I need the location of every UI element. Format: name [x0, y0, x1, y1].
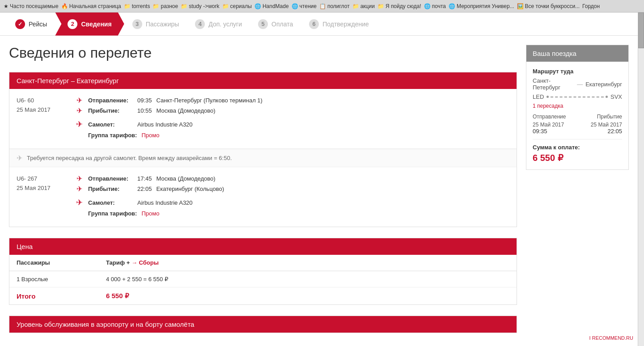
folder-icon-5: 📁	[352, 3, 359, 9]
folder-icon-4: 📁	[222, 3, 229, 9]
route-line	[547, 96, 608, 98]
scrollbar-thumb[interactable]	[638, 13, 644, 48]
step5-label: Оплата	[271, 21, 293, 28]
route-header: Санкт-Петербург – Екатеринбург	[9, 72, 517, 89]
arrow-icon: →	[131, 259, 139, 266]
folder-icon-6: 📁	[377, 3, 384, 9]
arrival-row-1: ✈ Прибытие: 10:55 Москва (Домодедово)	[75, 106, 509, 115]
step-passengers[interactable]: 3 Пассажиры	[124, 13, 187, 36]
fire-icon: 🔥	[61, 3, 68, 9]
tariff-row-1: ✈ Группа тарифов: Промо	[75, 131, 509, 139]
sidebar-from-city: Санкт-Петербург	[533, 77, 574, 91]
watermark: I RECOMMEND.RU	[588, 334, 635, 342]
step-payment[interactable]: 5 Оплата	[250, 13, 301, 36]
bookmark-meropriyatiya[interactable]: 🌐 Мероприятия Универ...	[449, 3, 514, 9]
step1-num: ✓	[15, 19, 25, 29]
sidebar-departure-block: 25 Май 2017 09:35	[533, 122, 564, 135]
step4-num: 4	[195, 19, 205, 29]
arrival-time-2: 22:05	[137, 186, 152, 192]
route-dashes	[551, 97, 604, 97]
price-row-adult: 1 Взрослые 4 000 + 2 550 = 6 550 ₽	[9, 271, 517, 287]
col-passenger-header: Пассажиры	[9, 255, 99, 271]
page-wrapper: ✓ Рейсы 2 Сведения 3 Пассажиры 4 Доп. ус…	[0, 13, 638, 346]
sidebar-route-cities: Санкт-Петербург — Екатеринбург	[533, 77, 622, 91]
bookmark-serials[interactable]: 📁 сериалы	[222, 3, 252, 9]
bookmark-gordon[interactable]: Гордон	[582, 3, 600, 9]
bookmark-goydu[interactable]: 📁 Я пойду сюда!	[377, 3, 421, 9]
sidebar-transfer-link[interactable]: 1 пересадка	[533, 103, 622, 109]
plane-icon-2: ✈	[75, 198, 84, 207]
arrival-place-1: Москва (Домодедово)	[157, 107, 216, 114]
sidebar-departure-time: 09:35	[533, 128, 564, 135]
tariff-link-1[interactable]: Промо	[141, 132, 159, 139]
arrival-place-2: Екатеринбург (Кольцово)	[157, 186, 224, 192]
step2-num: 2	[68, 19, 77, 29]
page-title: Сведения о перелете	[9, 45, 517, 61]
price-row-total: Итого 6 550 ₽	[9, 287, 517, 305]
sidebar-to-city: Екатеринбург	[585, 81, 622, 88]
step-confirm[interactable]: 6 Подтверждение	[301, 13, 377, 36]
bookmark-reading[interactable]: 🌐 чтение	[292, 3, 317, 9]
scrollbar[interactable]	[638, 13, 644, 346]
route-dot-end	[606, 96, 608, 98]
globe-icon-2: 🌐	[292, 3, 298, 9]
plane-label-2: Самолет:	[88, 199, 133, 206]
main-content: Сведения о перелете Санкт-Петербург – Ек…	[9, 45, 517, 344]
tariff-label-2: Группа тарифов:	[88, 210, 137, 217]
bookmark-torrents[interactable]: 📁 torrents	[124, 3, 150, 9]
arrival-time-1: 10:55	[137, 107, 152, 114]
plane-value-2: Airbus Industrie A320	[137, 199, 193, 206]
departure-row-1: ✈ Отправление: 09:35 Санкт-Петербург (Пу…	[75, 96, 509, 105]
step3-label: Пассажиры	[146, 21, 179, 28]
bookmark-study[interactable]: 📁 study ->work	[181, 3, 219, 9]
sidebar-total-label: Сумма к оплате:	[533, 144, 622, 151]
departure-icon-1: ✈	[75, 96, 84, 105]
flight-segment-1: U6- 60 25 Мая 2017 ✈ Отправление: 09:35 …	[9, 89, 517, 149]
step-flights[interactable]: ✓ Рейсы	[9, 13, 55, 36]
globe-icon-3: 🌐	[424, 3, 431, 9]
bookmark-polyglot[interactable]: 📋 полиглот	[319, 3, 350, 9]
flight-details-2: ✈ Отправление: 17:45 Москва (Домодедово)…	[75, 174, 509, 219]
sidebar-codes-row: LED SVX	[533, 93, 622, 100]
sidebar-dates-row: 25 Май 2017 09:35 25 Май 2017 22:05	[533, 122, 622, 135]
bookmark-pochta[interactable]: 🌐 почта	[424, 3, 446, 9]
star-icon: ★	[4, 3, 8, 9]
transfer-notice: ✈ Требуется пересадка на другой самолет.…	[9, 149, 517, 167]
folder-icon-3: 📁	[181, 3, 187, 9]
bookmark-handmade[interactable]: 🌐 HandMade	[254, 3, 289, 9]
sidebar-total-value: 6 550 ₽	[533, 152, 622, 163]
departure-row-2: ✈ Отправление: 17:45 Москва (Домодедово)	[75, 174, 509, 183]
step2-label: Сведения	[81, 21, 111, 28]
tax-link[interactable]: Сборы	[139, 259, 159, 266]
bookmark-akcii[interactable]: 📁 акции	[352, 3, 375, 9]
flight-details-1: ✈ Отправление: 09:35 Санкт-Петербург (Пу…	[75, 96, 509, 141]
route-section: Санкт-Петербург – Екатеринбург U6- 60 25…	[9, 72, 517, 227]
flight-info-2: U6- 267 25 Мая 2017	[17, 174, 66, 219]
step-services[interactable]: 4 Доп. услуги	[187, 13, 250, 36]
sidebar-arrival-date: 25 Май 2017	[591, 122, 622, 128]
plane-label-1: Самолет:	[88, 121, 133, 128]
departure-time-2: 17:45	[137, 175, 152, 182]
route-body: U6- 60 25 Мая 2017 ✈ Отправление: 09:35 …	[9, 89, 517, 227]
tariff-link-2[interactable]: Промо	[141, 210, 159, 217]
arrival-icon-2: ✈	[75, 185, 84, 193]
sidebar-arrival-label: Прибытие	[597, 114, 622, 120]
step5-num: 5	[258, 19, 268, 29]
flight-info-1: U6- 60 25 Мая 2017	[17, 96, 66, 141]
sidebar: Ваша поездка Маршрут туда Санкт-Петербур…	[526, 45, 629, 344]
clipboard-icon: 📋	[319, 3, 326, 9]
price-section: Цена Пассажиры Тариф + → Сборы 1	[9, 238, 517, 305]
bookmark-raznoe[interactable]: 📁 разное	[153, 3, 178, 9]
departure-place-2: Москва (Домодедово)	[157, 175, 216, 182]
bookmark-home[interactable]: 🔥 Начальная страница	[61, 3, 121, 9]
service-section: Уровень обслуживания в аэропорту и на бо…	[9, 316, 517, 333]
price-table: Пассажиры Тариф + → Сборы 1 Взрослые 4 0…	[9, 255, 517, 304]
step3-num: 3	[132, 19, 142, 29]
sidebar-departure-date: 25 Май 2017	[533, 122, 564, 128]
col-tariff-header: Тариф + → Сборы	[99, 255, 517, 271]
sidebar-departure-label: Отправление	[533, 114, 566, 120]
bookmark-frequented[interactable]: ★ Часто посещаемые	[4, 3, 59, 9]
globe-icon: 🌐	[254, 3, 261, 9]
sidebar-times-row: Отправление Прибытие	[533, 114, 622, 120]
bookmark-bookcrossing[interactable]: 🖼️ Все точки буккросси...	[517, 3, 580, 9]
